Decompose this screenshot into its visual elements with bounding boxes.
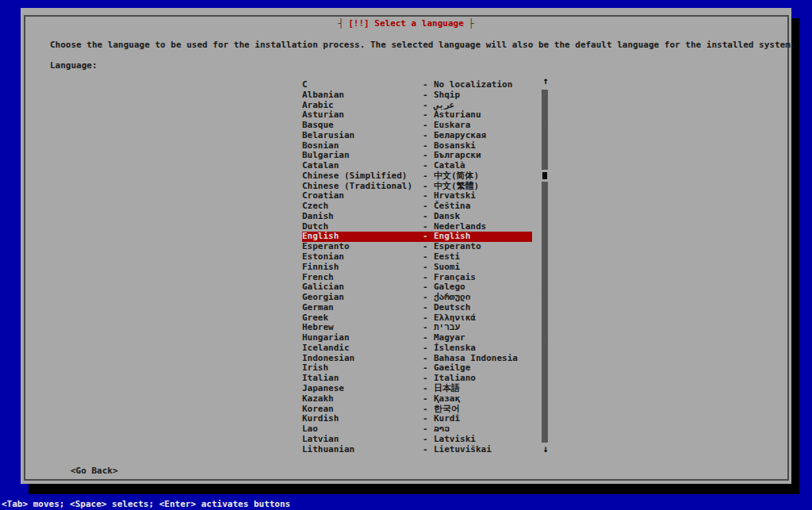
language-name: Japanese	[302, 384, 423, 394]
language-translation: Català	[434, 161, 532, 171]
list-separator: -	[423, 424, 434, 435]
language-translation: ქართული	[434, 293, 532, 303]
list-separator: -	[423, 343, 434, 354]
language-translation: Беларуская	[434, 131, 532, 141]
language-translation: No localization	[434, 80, 532, 90]
select-language-dialog: ┤ [!!] Select a language ├ Choose the la…	[21, 8, 791, 484]
scroll-down-icon[interactable]: ↓	[540, 444, 551, 454]
language-row[interactable]: C-No localization	[302, 80, 532, 90]
language-row[interactable]: Georgian-ქართული	[302, 293, 532, 303]
language-row[interactable]: Lithuanian-Lietuviškai	[302, 445, 532, 455]
language-translation: Қазақ	[434, 394, 532, 405]
language-translation: Magyar	[434, 333, 532, 343]
language-row[interactable]: Greek-Ελληνικά	[302, 313, 532, 324]
language-row[interactable]: Japanese-日本語	[302, 384, 532, 394]
title-tick-left: ┤	[339, 18, 344, 29]
language-row[interactable]: Indonesian-Bahasa Indonesia	[302, 354, 532, 364]
list-separator: -	[423, 435, 434, 445]
language-field-label: Language:	[50, 60, 98, 71]
language-row[interactable]: Kurdish-Kurdî	[302, 414, 532, 424]
language-row[interactable]: Finnish-Suomi	[302, 263, 532, 273]
language-row[interactable]: Lao-ລາວ	[302, 424, 532, 435]
installer-screen: { "dialog": { "title": "[!!] Select a la…	[0, 0, 812, 510]
language-translation: Íslenska	[434, 343, 532, 354]
language-row[interactable]: Estonian-Eesti	[302, 252, 532, 263]
language-translation: Lietuviškai	[434, 445, 532, 455]
scrollbar-thumb[interactable]	[542, 172, 547, 179]
language-translation: 中文(简体)	[434, 171, 532, 182]
language-row[interactable]: Basque-Euskara	[302, 121, 532, 131]
language-name: C	[302, 80, 423, 90]
language-translation: Shqip	[434, 90, 532, 101]
language-name: Albanian	[302, 90, 423, 101]
list-separator: -	[423, 263, 434, 273]
title-tick-right: ├	[469, 18, 474, 29]
language-name: Belarusian	[302, 131, 423, 141]
language-name: Icelandic	[302, 343, 423, 354]
list-separator: -	[423, 333, 434, 343]
list-separator: -	[423, 121, 434, 131]
language-name: Chinese (Simplified)	[302, 171, 423, 182]
language-row[interactable]: Danish-Dansk	[302, 212, 532, 222]
list-separator: -	[423, 445, 434, 455]
scroll-up-icon[interactable]: ↑	[540, 76, 551, 86]
language-row[interactable]: Latvian-Latviski	[302, 435, 532, 445]
keyboard-help-bar: <Tab> moves; <Space> selects; <Enter> ac…	[0, 498, 812, 510]
language-name: Kurdish	[302, 414, 423, 424]
language-name: Georgian	[302, 293, 423, 303]
list-separator: -	[423, 131, 434, 141]
language-row[interactable]: Asturian-Asturianu	[302, 110, 532, 121]
language-row[interactable]: Belarusian-Беларуская	[302, 131, 532, 141]
language-name: Finnish	[302, 263, 423, 273]
language-name: Lithuanian	[302, 445, 423, 455]
list-separator: -	[423, 394, 434, 405]
list-separator: -	[423, 161, 434, 171]
language-name: Lao	[302, 424, 423, 435]
language-row[interactable]: Albanian-Shqip	[302, 90, 532, 101]
language-name: Hungarian	[302, 333, 423, 343]
scrollbar-track-upper[interactable]	[542, 90, 548, 170]
language-name: Kazakh	[302, 394, 423, 405]
language-name: Catalan	[302, 161, 423, 171]
list-separator: -	[423, 384, 434, 394]
language-row[interactable]: German-Deutsch	[302, 303, 532, 313]
language-translation: Dansk	[434, 212, 532, 222]
language-translation: ລາວ	[434, 424, 532, 435]
language-translation: Latviski	[434, 435, 532, 445]
list-separator: -	[423, 212, 434, 222]
dialog-title: ┤ [!!] Select a language ├	[339, 18, 474, 29]
language-name: Basque	[302, 121, 423, 131]
list-separator: -	[423, 90, 434, 101]
language-name: Estonian	[302, 252, 423, 263]
list-separator: -	[423, 293, 434, 303]
language-row[interactable]: Catalan-Català	[302, 161, 532, 171]
instructions-text: Choose the language to be used for the i…	[50, 40, 811, 50]
go-back-button[interactable]: <Go Back>	[71, 466, 118, 476]
language-row[interactable]: Czech-Čeština	[302, 201, 532, 212]
language-row[interactable]: Icelandic-Íslenska	[302, 343, 532, 354]
language-translation: Euskara	[434, 121, 532, 131]
language-list[interactable]: C-No localizationAlbanian-ShqipArabic-عر…	[302, 80, 532, 454]
language-row[interactable]: Chinese (Simplified)-中文(简体)	[302, 171, 532, 182]
language-name: German	[302, 303, 423, 313]
language-name: Latvian	[302, 435, 423, 445]
language-name: Danish	[302, 212, 423, 222]
language-row[interactable]: Kazakh-Қазақ	[302, 394, 532, 405]
list-separator: -	[423, 171, 434, 182]
language-translation: 日本語	[434, 384, 532, 394]
list-separator: -	[423, 303, 434, 313]
list-separator: -	[423, 80, 434, 90]
list-separator: -	[423, 252, 434, 263]
language-row[interactable]: Croatian-Hrvatski	[302, 191, 532, 201]
language-translation: Deutsch	[434, 303, 532, 313]
scrollbar-track-lower[interactable]	[542, 182, 548, 443]
language-translation: Eesti	[434, 252, 532, 263]
language-row[interactable]: Hungarian-Magyar	[302, 333, 532, 343]
dialog-title-text: [!!] Select a language	[343, 18, 469, 29]
language-translation: Suomi	[434, 263, 532, 273]
